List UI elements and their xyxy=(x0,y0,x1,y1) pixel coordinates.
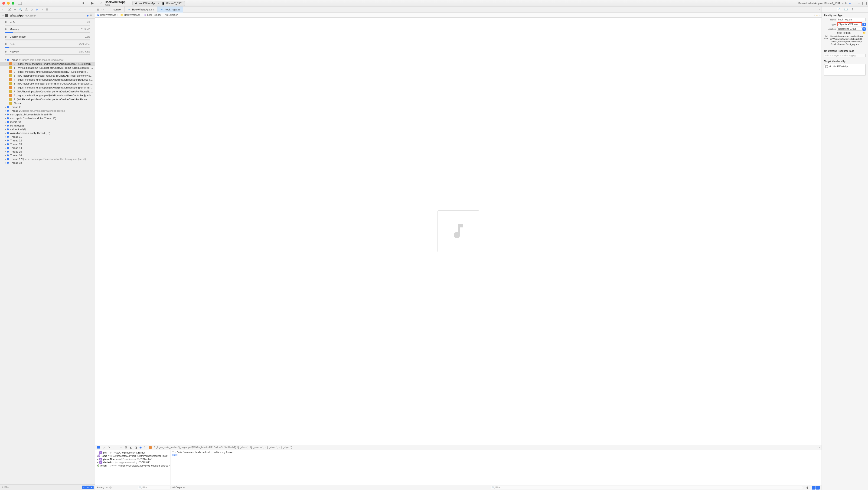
nav-test-icon[interactable]: ◇ xyxy=(31,8,33,11)
jump-file[interactable]: hook_reg.xm xyxy=(147,14,161,16)
zoom-window[interactable] xyxy=(11,2,14,5)
gauge-row[interactable]: ◐CPU0% xyxy=(0,20,95,24)
continue-icon[interactable]: ▷| xyxy=(103,446,105,449)
gauge-row[interactable]: ◐Memory101.3 MB xyxy=(0,27,95,32)
show-vars-button[interactable] xyxy=(812,486,815,490)
activity-icon[interactable]: ☁ xyxy=(848,2,851,5)
minimize-window[interactable] xyxy=(7,2,10,5)
name-field[interactable]: hook_reg.xm xyxy=(837,18,866,21)
prev-issue-icon[interactable]: ‹ xyxy=(814,14,815,16)
jump-folder[interactable]: HookWhatsApp xyxy=(124,14,140,16)
navigator-filter[interactable] xyxy=(3,486,82,489)
thread-row[interactable]: ▶Thread 3 Queue: net.whatsapp.watchdog (… xyxy=(0,109,95,113)
thread-row[interactable]: ▶AVAudioSession Notify Thread (10) xyxy=(0,131,95,135)
nav-folder-icon[interactable]: ▭ xyxy=(2,8,5,11)
close-window[interactable] xyxy=(2,2,5,5)
variable-row[interactable]: ▶AabHash = (NSTaggedPointerString *) "3O… xyxy=(96,461,169,464)
nav-debug-icon[interactable]: ⎋ xyxy=(36,8,38,11)
trash-icon[interactable]: 🗑 xyxy=(806,486,809,489)
step-in-icon[interactable]: ↓ xyxy=(113,446,114,449)
filter-seg-2[interactable]: ⎋ xyxy=(86,486,90,489)
thread-row[interactable]: ▶Thread 13 xyxy=(0,142,95,146)
location-dropdown-icon[interactable]: ⇅ xyxy=(862,27,866,31)
nav-symbol-icon[interactable]: ⌖ xyxy=(14,8,16,11)
thread-row[interactable]: ▶Thread 15 xyxy=(0,150,95,153)
console-toggle-icon[interactable]: ▭ xyxy=(817,446,820,449)
editor-tab[interactable]: mHookWhatsApp.xm xyxy=(125,6,157,12)
stack-frame[interactable]: 5-[WARegistrationManager performSameDevi… xyxy=(0,82,95,86)
show-console-button[interactable] xyxy=(816,486,820,490)
stack-frame[interactable]: 3-[WARegistrationManager requestPreChatd… xyxy=(0,73,95,78)
location-icon[interactable]: ◨ xyxy=(134,446,137,449)
gear-icon[interactable]: ⚙ xyxy=(90,14,93,17)
stack-frame[interactable]: 7-[WAPhoneInputViewController performDev… xyxy=(0,89,95,93)
variable-row[interactable]: ▶LretUrl = (NSURL *) "https://v.whatsapp… xyxy=(96,464,169,467)
thread-row[interactable]: ▶Thread 18 xyxy=(0,161,95,165)
view-debug-icon[interactable]: ▭ xyxy=(120,446,122,449)
type-field[interactable]: Objective-C Source xyxy=(837,22,862,26)
nav-issue-icon[interactable]: ⚠ xyxy=(25,8,28,11)
add-tab-button[interactable]: + xyxy=(858,1,860,5)
next-issue-icon[interactable]: › xyxy=(819,14,820,16)
thread-row[interactable]: ▶Thread 17 Queue: com.apple.Pasteboard.n… xyxy=(0,157,95,161)
thread-row[interactable]: ▶ev_thread (8) xyxy=(0,124,95,127)
step-out-icon[interactable]: ↑ xyxy=(116,446,118,449)
nav-report-icon[interactable]: ▤ xyxy=(45,8,48,11)
console-view[interactable]: The "write" command has been loaded and … xyxy=(170,450,822,485)
console-output-mode[interactable]: All Output ◇ xyxy=(172,486,185,489)
filter-seg-1[interactable]: ≡ xyxy=(82,486,86,489)
jump-selection[interactable]: No Selection xyxy=(165,14,178,16)
stack-frame[interactable]: 6_logos_method$_ungrouped$WARegistration… xyxy=(0,86,95,89)
jump-bar[interactable]: ▣ HookWhatsApp 〉 📁 HookWhatsApp 〉 m hook… xyxy=(95,12,822,18)
stack-frame[interactable]: 4_logos_method$_ungrouped$WARegistration… xyxy=(0,78,95,82)
sidebar-toggle-icon[interactable] xyxy=(18,2,22,5)
quicklook-icon[interactable]: 👁 xyxy=(106,486,108,489)
nav-scm-icon[interactable]: ⌧ xyxy=(8,8,11,11)
stack-frame[interactable]: 39start xyxy=(0,101,95,105)
stack-frame[interactable]: 9-[WAPhoneInputViewController performDev… xyxy=(0,97,95,101)
scheme-selector[interactable]: 🏛 HookWhatsApp 〉 📱 iPhone7_1331 xyxy=(132,1,185,6)
stack-frame[interactable]: 2_logos_method$_ungrouped$WARegistration… xyxy=(0,70,95,73)
filter-seg-3[interactable]: ▲ xyxy=(90,486,94,489)
help-inspector-tab[interactable]: ? xyxy=(851,8,853,11)
file-inspector-tab[interactable]: 📄 xyxy=(837,8,840,11)
nav-search-icon[interactable]: 🔍 xyxy=(19,8,22,11)
step-over-icon[interactable]: ↷ xyxy=(108,446,110,449)
thread-row[interactable]: ▶com.apple.CoreMotion.MotionThread (6) xyxy=(0,116,95,120)
reveal-icon[interactable]: → xyxy=(863,43,866,46)
info-icon[interactable]: ⓘ xyxy=(110,486,112,489)
nav-breakpoint-icon[interactable]: ▱ xyxy=(40,8,43,11)
gauge-row[interactable]: ◐Disk75.9 MB/s xyxy=(0,42,95,47)
variable-row[interactable]: ▶AphoneNum = (WAPhoneNumber *) 0x281bbd6… xyxy=(96,458,169,461)
thread-row[interactable]: ▼Thread 1 Queue: com.apple.main-thread (… xyxy=(0,58,95,62)
jump-project[interactable]: HookWhatsApp xyxy=(100,14,116,16)
thread-row[interactable]: ▶com.apple.uikit.eventfetch-thread (5) xyxy=(0,113,95,116)
location-field[interactable]: Relative to Group xyxy=(837,27,862,31)
variable-row[interactable]: ▶A_cmd = (SEL) "preChatdABPropURLWithPho… xyxy=(96,454,169,458)
stack-icon[interactable]: ◉ xyxy=(139,446,142,449)
target-checkbox[interactable] xyxy=(825,65,828,68)
process-header[interactable]: ▼ WhatsApp PID 28514 ⚙ xyxy=(0,12,95,19)
run-button[interactable]: ▶ xyxy=(91,1,94,5)
thread-row[interactable]: ▶Thread 14 xyxy=(0,146,95,150)
gauge-row[interactable]: ◐Energy ImpactZero xyxy=(0,34,95,39)
editor-tab[interactable]: mhook_reg.xm xyxy=(157,6,183,12)
warning-badge[interactable]: ⚠ 6 xyxy=(842,2,846,5)
variable-row[interactable]: Aself = (Class) WARegistrationURLBuilder xyxy=(96,451,169,454)
editor-tab[interactable]: ⌃control xyxy=(106,6,125,12)
thread-row[interactable]: ▶Thread 2 xyxy=(0,105,95,109)
stop-button[interactable]: ■ xyxy=(83,1,84,5)
related-items-icon[interactable]: ⊞ xyxy=(97,8,99,11)
console-filter[interactable]: Filter xyxy=(491,486,803,489)
type-dropdown-icon[interactable]: ⇅ xyxy=(862,23,866,26)
stack-frame[interactable]: 1+[WARegistrationURLBuilder preChatdABPr… xyxy=(0,66,95,70)
env-override-icon[interactable]: ◐ xyxy=(130,446,132,449)
thread-row[interactable]: ▶media (7) xyxy=(0,120,95,124)
forward-icon[interactable]: › xyxy=(103,8,104,11)
thread-row[interactable]: ▶Thread 11 xyxy=(0,135,95,139)
thread-row[interactable]: ▶call ev thrd (9) xyxy=(0,127,95,131)
variables-scope[interactable]: Auto ◇ xyxy=(97,486,104,489)
target-checkbox-row[interactable]: 🏛 HookWhatsApp xyxy=(825,65,865,68)
history-inspector-tab[interactable]: 🕐 xyxy=(844,8,848,11)
editor-layout-icon[interactable]: ▭ xyxy=(817,8,820,11)
